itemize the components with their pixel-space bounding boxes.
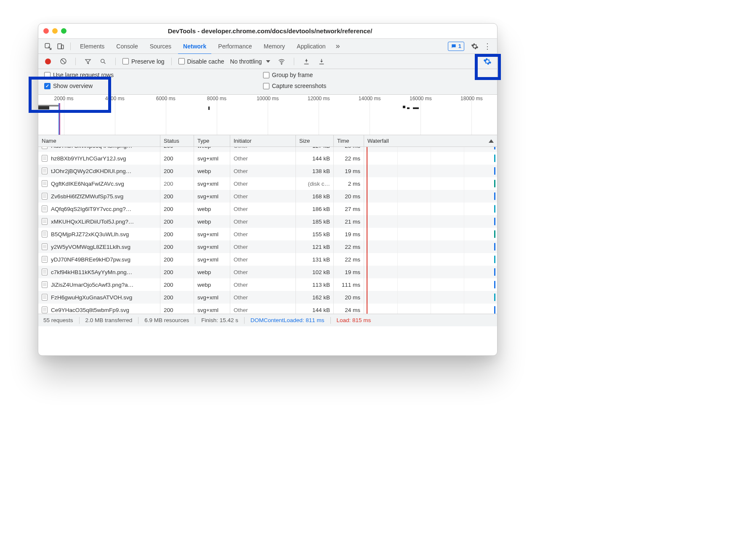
overview-tick: 12000 ms — [293, 96, 344, 101]
inspect-element-icon[interactable] — [43, 41, 53, 52]
preserve-log-checkbox[interactable]: Preserve log — [122, 58, 165, 65]
table-row[interactable]: xMKUHQxXLiRDiiUTol5J.png?…200webpOther18… — [38, 215, 497, 228]
group-by-frame-checkbox[interactable]: Group by frame — [263, 72, 465, 78]
table-row[interactable]: Zv6sbHi6fZfZMWufSp75.svg200svg+xmlOther1… — [38, 190, 497, 203]
separator — [115, 58, 116, 65]
cell-time: 22 ms — [334, 253, 364, 266]
cell-status: 200 — [160, 165, 194, 177]
cell-initiator: Other — [230, 165, 296, 177]
waterfall-bar — [494, 243, 495, 251]
status-requests: 55 requests — [43, 317, 73, 323]
cell-type: svg+xml — [194, 152, 230, 165]
waterfall-load-line — [367, 203, 367, 215]
cell-type: webp — [194, 165, 230, 177]
cell-size: 127 kB — [296, 147, 334, 152]
cell-time: 22 ms — [334, 152, 364, 165]
preserve-log-label: Preserve log — [131, 58, 165, 65]
search-icon[interactable] — [98, 56, 109, 67]
waterfall-bar — [494, 205, 495, 213]
cell-type: webp — [194, 266, 230, 278]
tab-console[interactable]: Console — [111, 39, 143, 54]
import-har-icon[interactable] — [301, 56, 312, 67]
cell-name: c7kf94kHB11kK5AyYyMn.png… — [38, 266, 160, 278]
table-row[interactable]: QgftKdIKE6NqaFwlZAVc.svg200svg+xmlOther(… — [38, 177, 497, 190]
minimize-window-button[interactable] — [52, 28, 58, 34]
more-tabs-button[interactable]: » — [333, 41, 343, 52]
table-row[interactable]: B5QMjpRJZ72xKQ3uWLlh.svg200svg+xmlOther1… — [38, 228, 497, 240]
table-row[interactable]: yDJ70NF49BREe9kHD7pw.svg200svg+xmlOther1… — [38, 253, 497, 266]
large-request-rows-checkbox[interactable]: Use large request rows — [44, 72, 246, 78]
cell-type: webp — [194, 203, 230, 215]
col-time[interactable]: Time — [334, 135, 364, 147]
waterfall-load-line — [367, 190, 367, 203]
capture-screenshots-checkbox[interactable]: Capture screenshots — [263, 83, 465, 89]
cell-size: 102 kB — [296, 266, 334, 278]
cell-status: 200 — [160, 147, 194, 152]
cell-initiator: Other — [230, 203, 296, 215]
file-icon — [42, 281, 48, 288]
network-settings-gear-icon[interactable] — [482, 56, 493, 67]
cell-waterfall — [364, 203, 497, 215]
overview-tick: 10000 ms — [242, 96, 293, 101]
table-row[interactable]: JiZisZ4UmarOjo5cAwf3.png?a…200webpOther1… — [38, 278, 497, 291]
close-window-button[interactable] — [43, 28, 49, 34]
tab-sources[interactable]: Sources — [145, 39, 176, 54]
waterfall-bar — [494, 167, 495, 175]
cell-waterfall — [364, 215, 497, 228]
export-har-icon[interactable] — [316, 56, 327, 67]
throttling-select[interactable]: No throttling — [229, 58, 272, 65]
table-row[interactable]: Ce9YHacO35q8t5wbmFp9.svg200svg+xmlOther1… — [38, 304, 497, 314]
waterfall-bar — [494, 230, 495, 238]
titlebar: DevTools - developer.chrome.com/docs/dev… — [38, 24, 497, 39]
network-conditions-icon[interactable] — [276, 56, 287, 67]
col-waterfall[interactable]: Waterfall — [364, 135, 497, 147]
tab-memory[interactable]: Memory — [258, 39, 290, 54]
cell-status: 200 — [160, 240, 194, 253]
cell-name: tJOhr2jBQWy2CdKHDlUl.png… — [38, 165, 160, 177]
tab-network[interactable]: Network — [178, 39, 211, 54]
cell-waterfall — [364, 228, 497, 240]
table-row[interactable]: tJOhr2jBQWy2CdKHDlUl.png…200webpOther138… — [38, 165, 497, 177]
tab-performance[interactable]: Performance — [213, 39, 257, 54]
col-size[interactable]: Size — [296, 135, 334, 147]
clear-button[interactable] — [58, 56, 69, 67]
table-row[interactable]: c7kf94kHB11kK5AyYyMn.png…200webpOther102… — [38, 266, 497, 278]
cell-size: 131 kB — [296, 253, 334, 266]
status-transferred: 2.0 MB transferred — [85, 317, 133, 323]
table-row[interactable]: FzH6gwuHgXuGnasATVOH.svg200svg+xmlOther1… — [38, 291, 497, 304]
disable-cache-checkbox[interactable]: Disable cache — [178, 58, 224, 65]
zoom-window-button[interactable] — [61, 28, 67, 34]
file-icon — [42, 205, 48, 212]
waterfall-bar — [494, 192, 495, 200]
file-icon — [42, 155, 48, 162]
col-status[interactable]: Status — [160, 135, 194, 147]
tab-elements[interactable]: Elements — [75, 39, 109, 54]
disable-cache-label: Disable cache — [187, 58, 224, 65]
cell-status: 200 — [160, 291, 194, 304]
tab-application[interactable]: Application — [292, 39, 331, 54]
device-toolbar-icon[interactable] — [55, 41, 66, 52]
cell-time: 19 ms — [334, 165, 364, 177]
overview-data — [208, 107, 210, 110]
table-row[interactable]: hz8BXb9YlYLhCGarY12J.svg200svg+xmlOther1… — [38, 152, 497, 165]
overview-data — [38, 106, 49, 109]
filter-icon[interactable] — [82, 56, 93, 67]
table-row[interactable]: HacTnd7GxWiipooq fASn.png…200webpOther12… — [38, 147, 497, 152]
issues-badge[interactable]: 1 — [448, 42, 464, 51]
col-type[interactable]: Type — [194, 135, 230, 147]
table-row[interactable]: AQfq69qS2Ig6lT9Y7vcc.png?…200webpOther18… — [38, 203, 497, 215]
kebab-menu-icon[interactable]: ⋮ — [482, 41, 493, 52]
settings-gear-icon[interactable] — [469, 41, 480, 52]
waterfall-load-line — [367, 266, 367, 278]
cell-time: 111 ms — [334, 278, 364, 291]
status-finish: Finish: 15.42 s — [201, 317, 238, 323]
col-name[interactable]: Name — [38, 135, 160, 147]
table-row[interactable]: y2W5yVOMWqgL8ZE1Lklh.svg200svg+xmlOther1… — [38, 240, 497, 253]
cell-type: webp — [194, 278, 230, 291]
record-button[interactable] — [43, 56, 53, 67]
overview-timeline[interactable]: 2000 ms4000 ms6000 ms8000 ms10000 ms1200… — [38, 95, 497, 135]
col-initiator[interactable]: Initiator — [230, 135, 296, 147]
cell-name: Zv6sbHi6fZfZMWufSp75.svg — [38, 190, 160, 203]
requests-table-body[interactable]: HacTnd7GxWiipooq fASn.png…200webpOther12… — [38, 147, 497, 314]
show-overview-checkbox[interactable]: Show overview — [44, 83, 246, 89]
